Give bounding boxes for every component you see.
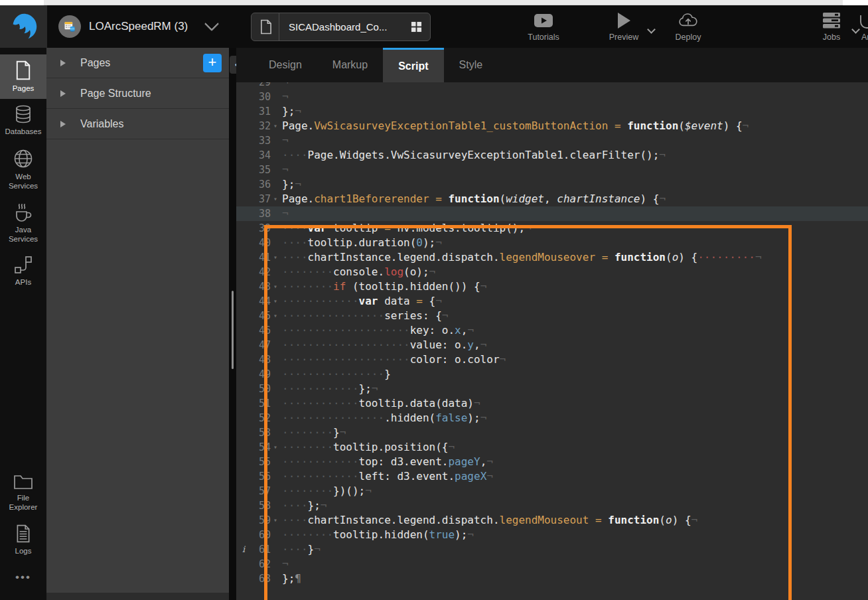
project-selector[interactable]: LOArcSpeedRM (3) xyxy=(58,5,217,48)
header-action-tutorials[interactable]: Tutorials xyxy=(524,11,563,42)
fold-arrow-icon[interactable]: ▾ xyxy=(273,309,281,323)
code-line[interactable]: 37▾Page.chart1Beforerender = function(wi… xyxy=(236,192,868,206)
fold-arrow-icon[interactable]: ▾ xyxy=(273,513,281,528)
code-line[interactable]: 32▾Page.VwSicasurveyExceptionTable1_cust… xyxy=(236,119,868,133)
section-expand-arrow-icon[interactable] xyxy=(60,121,66,127)
code-line[interactable]: 60········tooltip.hidden(true);¬ xyxy=(236,528,868,542)
code-line[interactable]: 33¬ xyxy=(236,133,868,148)
code-line[interactable]: 49················} xyxy=(236,367,868,382)
code-line[interactable]: 34····Page.Widgets.VwSicasurveyException… xyxy=(236,148,868,163)
panel-bottom-strip xyxy=(46,593,229,600)
sidebar-item-databases[interactable]: Databases xyxy=(0,99,46,142)
code-line[interactable]: 63};¶ xyxy=(236,571,868,586)
sidebar-item-apis[interactable]: APIs xyxy=(0,250,46,293)
code-line[interactable]: 46····················key: o.x,¬ xyxy=(236,323,868,338)
editor-tabbar: DesignMarkupScriptStyle xyxy=(236,48,868,82)
open-page-tab[interactable]: SICADashboard_Co... xyxy=(251,13,431,41)
code-line[interactable]: 42········console.log(o);¬ xyxy=(236,265,868,279)
code-line[interactable]: 62¬ xyxy=(236,557,868,571)
code-text: ········tooltip.position({¬ xyxy=(282,440,455,455)
code-line[interactable]: 56············left: d3.event.pageX¬ xyxy=(236,469,868,484)
panel-section-page-structure[interactable]: Page Structure xyxy=(46,78,229,109)
sidebar-item-pages[interactable]: Pages xyxy=(0,54,46,99)
code-line[interactable]: 55············top: d3.event.pageY,¬ xyxy=(236,455,868,469)
code-line[interactable]: 43▾········if (tooltip.hidden()) {¬ xyxy=(236,279,868,294)
code-line[interactable]: 45▾················series: {¬ xyxy=(236,309,868,323)
code-line[interactable]: 59▾····chartInstance.legend.dispatch.leg… xyxy=(236,513,868,528)
tab-script[interactable]: Script xyxy=(383,48,443,82)
code-lines: 29¬30¬31};¬32▾Page.VwSicasurveyException… xyxy=(236,82,868,586)
header-action-deploy[interactable]: Deploy xyxy=(668,11,708,42)
tab-style[interactable]: Style xyxy=(444,48,498,82)
code-line[interactable]: 31};¬ xyxy=(236,104,868,119)
sidebar-item-web-services[interactable]: WebServices xyxy=(0,143,46,197)
fold-arrow-icon[interactable]: ▾ xyxy=(273,119,281,133)
code-line[interactable]: 52················.hidden(false);¬ xyxy=(236,411,868,425)
panel-section-variables[interactable]: Variables xyxy=(46,109,229,139)
project-chevron-down-icon[interactable] xyxy=(204,17,220,32)
code-line[interactable]: 57········})();¬ xyxy=(236,484,868,498)
code-line[interactable]: 30¬ xyxy=(236,90,868,104)
section-expand-arrow-icon[interactable] xyxy=(60,60,66,66)
code-line[interactable]: 35¬ xyxy=(236,163,868,177)
page-tab-divider xyxy=(279,13,279,41)
code-line[interactable]: i61····}¬ xyxy=(236,542,868,557)
code-line[interactable]: 44▾············var data = {¬ xyxy=(236,294,868,309)
code-line[interactable]: 53········}¬ xyxy=(236,425,868,440)
line-number: 33 xyxy=(236,133,271,148)
code-line[interactable]: 41▾····chartInstance.legend.dispatch.leg… xyxy=(236,250,868,265)
code-area[interactable]: 29¬30¬31};¬32▾Page.VwSicasurveyException… xyxy=(236,82,868,600)
line-number: 63 xyxy=(236,571,271,586)
page-file-icon xyxy=(259,19,272,35)
line-number: 43 xyxy=(236,279,271,294)
header-action-art[interactable]: Art xyxy=(853,11,868,42)
header-actions: TutorialsPreviewDeployJobsArt xyxy=(496,5,868,48)
code-text: ¬ xyxy=(282,163,289,177)
panel-section-pages[interactable]: Pages+ xyxy=(46,48,229,78)
code-line[interactable]: 48····················color: o.color¬ xyxy=(236,352,868,367)
code-line[interactable]: 36};¬ xyxy=(236,177,868,192)
fold-arrow-icon[interactable]: ▾ xyxy=(273,440,281,455)
header-action-label: Jobs xyxy=(823,33,840,42)
fold-arrow-icon[interactable]: ▾ xyxy=(273,294,281,309)
sidebar-item-logs[interactable]: Logs xyxy=(0,518,46,562)
panel-sections: Pages+Page StructureVariables xyxy=(46,48,229,139)
line-number: 57 xyxy=(236,484,271,498)
tab-markup[interactable]: Markup xyxy=(317,48,383,82)
code-line[interactable]: 29¬ xyxy=(236,82,868,90)
sidebar-item-label: JavaServices xyxy=(9,225,38,244)
code-line[interactable]: 54▾········tooltip.position({¬ xyxy=(236,440,868,455)
code-line[interactable]: 39····var tooltip = nv.models.tooltip();… xyxy=(236,221,868,236)
code-line[interactable]: 40····tooltip.duration(0);¬ xyxy=(236,236,868,250)
code-line[interactable]: 58····};¬ xyxy=(236,498,868,513)
line-number: 35 xyxy=(236,163,271,177)
artifacts-icon xyxy=(858,11,868,31)
tab-design[interactable]: Design xyxy=(253,48,317,82)
divider-scrollbar[interactable] xyxy=(232,291,234,369)
code-text: ········console.log(o);¬ xyxy=(282,265,435,279)
fold-arrow-icon[interactable]: ▾ xyxy=(273,250,281,265)
fold-arrow-icon[interactable]: ▾ xyxy=(273,279,281,294)
wavemaker-logo-icon xyxy=(9,12,38,41)
line-number: 42 xyxy=(236,265,271,279)
panel-section-label: Variables xyxy=(80,118,124,130)
section-expand-arrow-icon[interactable] xyxy=(60,90,66,97)
code-line[interactable]: 50············};¬ xyxy=(236,382,868,396)
code-line[interactable]: 47····················value: o.y,¬ xyxy=(236,338,868,352)
fold-arrow-icon[interactable]: ▾ xyxy=(273,192,281,206)
header-action-jobs[interactable]: Jobs xyxy=(814,11,849,42)
sidebar-item-java-services[interactable]: JavaServices xyxy=(0,197,46,250)
panel-section-label: Page Structure xyxy=(80,88,151,100)
sidebar-item-label: WebServices xyxy=(9,172,38,191)
add-page-button[interactable]: + xyxy=(203,54,222,72)
code-line[interactable]: 51············tooltip.data(data)¬ xyxy=(236,396,868,411)
code-line[interactable]: 38¬ xyxy=(236,206,868,221)
sidebar-item-file-explorer[interactable]: FileExplorer xyxy=(0,468,46,518)
sidebar-more-button[interactable]: ••• xyxy=(0,562,46,600)
chevron-down-icon[interactable] xyxy=(647,25,656,34)
page-grid-icon[interactable] xyxy=(411,21,422,33)
app-logo[interactable] xyxy=(0,5,47,48)
script-editor: DesignMarkupScriptStyle 29¬30¬31};¬32▾Pa… xyxy=(236,48,868,600)
header-action-preview[interactable]: Preview xyxy=(603,11,645,42)
line-number: 36 xyxy=(236,177,271,192)
